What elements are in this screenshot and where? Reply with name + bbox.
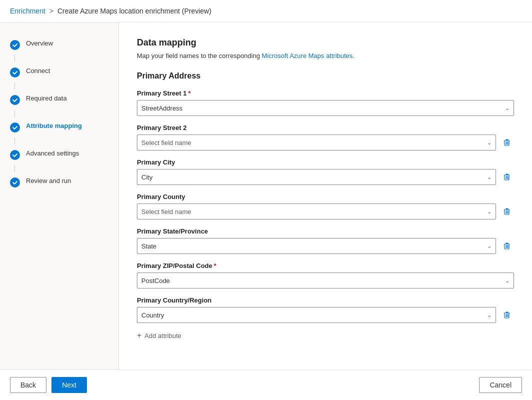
chevron-down-icon: ⌄ bbox=[487, 174, 492, 180]
field-label-county: Primary County bbox=[137, 193, 514, 200]
chevron-down-icon: ⌄ bbox=[487, 140, 492, 146]
dropdown-street1[interactable]: StreetAddress ⌄ bbox=[137, 100, 514, 116]
footer: Back Next Cancel bbox=[0, 370, 532, 400]
page-wrapper: Enrichment > Create Azure Maps location … bbox=[0, 0, 532, 400]
delete-state-button[interactable] bbox=[500, 239, 514, 253]
footer-left: Back Next bbox=[10, 377, 87, 393]
sidebar-item-advanced-settings[interactable]: Advanced settings bbox=[0, 144, 118, 165]
field-row-county: Select field name ⌄ bbox=[137, 204, 514, 220]
dropdown-street2-value: Select field name bbox=[141, 139, 487, 146]
chevron-down-icon: ⌄ bbox=[505, 105, 510, 112]
desc-prefix: Map your field names to the correspondin… bbox=[137, 52, 262, 60]
dropdown-county[interactable]: Select field name ⌄ bbox=[137, 204, 496, 220]
breadcrumb-current: Create Azure Maps location enrichment (P… bbox=[57, 7, 211, 15]
dropdown-zip[interactable]: PostCode ⌄ bbox=[137, 272, 514, 288]
dropdown-country-value: Country bbox=[141, 312, 487, 319]
required-marker-zip: * bbox=[214, 262, 216, 270]
dropdown-state[interactable]: State ⌄ bbox=[137, 238, 496, 254]
subsection-title: Primary Address bbox=[137, 72, 514, 80]
step-icon-required-data bbox=[10, 95, 20, 105]
sidebar-label-attribute-mapping: Attribute mapping bbox=[26, 122, 82, 130]
dropdown-street1-value: StreetAddress bbox=[141, 104, 505, 112]
next-button[interactable]: Next bbox=[51, 377, 87, 393]
field-label-country: Primary Country/Region bbox=[137, 296, 514, 304]
desc-suffix: . bbox=[353, 52, 355, 60]
field-group-county: Primary County Select field name ⌄ bbox=[137, 193, 514, 220]
field-row-city: City ⌄ bbox=[137, 169, 514, 185]
connector-4 bbox=[14, 138, 15, 144]
chevron-down-icon: ⌄ bbox=[487, 208, 492, 215]
required-marker-street1: * bbox=[188, 90, 191, 97]
dropdown-state-value: State bbox=[141, 242, 487, 250]
field-row-street2: Select field name ⌄ bbox=[137, 134, 514, 150]
field-label-street1: Primary Street 1 * bbox=[137, 90, 514, 97]
cancel-button[interactable]: Cancel bbox=[479, 377, 522, 393]
field-group-country: Primary Country/Region Country ⌄ bbox=[137, 296, 514, 323]
field-label-city: Primary City bbox=[137, 158, 514, 166]
sidebar: Overview Connect Req bbox=[0, 22, 119, 370]
field-group-street2: Primary Street 2 Select field name ⌄ bbox=[137, 124, 514, 150]
sidebar-label-connect: Connect bbox=[26, 67, 50, 74]
page-description: Map your field names to the correspondin… bbox=[137, 52, 514, 60]
delete-street2-button[interactable] bbox=[500, 136, 514, 150]
sidebar-label-advanced-settings: Advanced settings bbox=[26, 150, 79, 157]
breadcrumb-separator: > bbox=[49, 7, 53, 15]
field-row-country: Country ⌄ bbox=[137, 307, 514, 323]
desc-link[interactable]: Microsoft Azure Maps attributes bbox=[262, 52, 353, 60]
dropdown-street2[interactable]: Select field name ⌄ bbox=[137, 134, 496, 150]
connector-3 bbox=[14, 110, 15, 117]
page-title: Data mapping bbox=[137, 38, 514, 48]
dropdown-county-value: Select field name bbox=[141, 208, 487, 216]
field-group-city: Primary City City ⌄ bbox=[137, 158, 514, 185]
dropdown-country[interactable]: Country ⌄ bbox=[137, 307, 496, 323]
field-group-state: Primary State/Province State ⌄ bbox=[137, 228, 514, 254]
chevron-down-icon: ⌄ bbox=[505, 278, 510, 284]
connector-5 bbox=[14, 165, 15, 172]
field-row-zip: PostCode ⌄ bbox=[137, 272, 514, 288]
breadcrumb-link[interactable]: Enrichment bbox=[10, 7, 45, 15]
sidebar-label-review-run: Review and run bbox=[26, 177, 71, 184]
delete-county-button[interactable] bbox=[500, 204, 514, 218]
sidebar-item-required-data[interactable]: Required data bbox=[0, 90, 118, 110]
step-icon-review-run bbox=[10, 178, 20, 188]
step-icon-advanced-settings bbox=[10, 150, 20, 160]
add-attribute-label: Add attribute bbox=[144, 332, 181, 340]
field-row-state: State ⌄ bbox=[137, 238, 514, 254]
field-label-state: Primary State/Province bbox=[137, 228, 514, 235]
field-row-street1: StreetAddress ⌄ bbox=[137, 100, 514, 116]
sidebar-label-required-data: Required data bbox=[26, 94, 67, 102]
delete-city-button[interactable] bbox=[500, 170, 514, 184]
sidebar-item-connect[interactable]: Connect bbox=[0, 62, 118, 82]
field-group-street1: Primary Street 1 * StreetAddress ⌄ bbox=[137, 90, 514, 116]
connector-2 bbox=[14, 82, 15, 90]
delete-country-button[interactable] bbox=[500, 308, 514, 322]
chevron-down-icon: ⌄ bbox=[487, 312, 492, 318]
sidebar-item-review-run[interactable]: Review and run bbox=[0, 172, 118, 192]
breadcrumb: Enrichment > Create Azure Maps location … bbox=[0, 0, 532, 22]
field-label-zip: Primary ZIP/Postal Code * bbox=[137, 262, 514, 270]
dropdown-city[interactable]: City ⌄ bbox=[137, 169, 496, 185]
step-icon-connect bbox=[10, 68, 20, 78]
sidebar-item-attribute-mapping[interactable]: Attribute mapping bbox=[0, 117, 118, 138]
sidebar-label-overview: Overview bbox=[26, 40, 53, 47]
main-area: Overview Connect Req bbox=[0, 22, 532, 370]
field-group-zip: Primary ZIP/Postal Code * PostCode ⌄ bbox=[137, 262, 514, 288]
sidebar-item-overview[interactable]: Overview bbox=[0, 34, 118, 55]
add-attribute-button[interactable]: + Add attribute bbox=[137, 331, 514, 340]
field-label-street2: Primary Street 2 bbox=[137, 124, 514, 132]
step-icon-attribute-mapping bbox=[10, 122, 20, 132]
plus-icon: + bbox=[137, 331, 141, 340]
dropdown-zip-value: PostCode bbox=[141, 277, 505, 284]
connector-1 bbox=[14, 55, 15, 62]
back-button[interactable]: Back bbox=[10, 377, 46, 393]
step-icon-overview bbox=[10, 40, 20, 50]
content-area: Data mapping Map your field names to the… bbox=[119, 22, 532, 370]
chevron-down-icon: ⌄ bbox=[487, 243, 492, 250]
dropdown-city-value: City bbox=[141, 174, 487, 181]
